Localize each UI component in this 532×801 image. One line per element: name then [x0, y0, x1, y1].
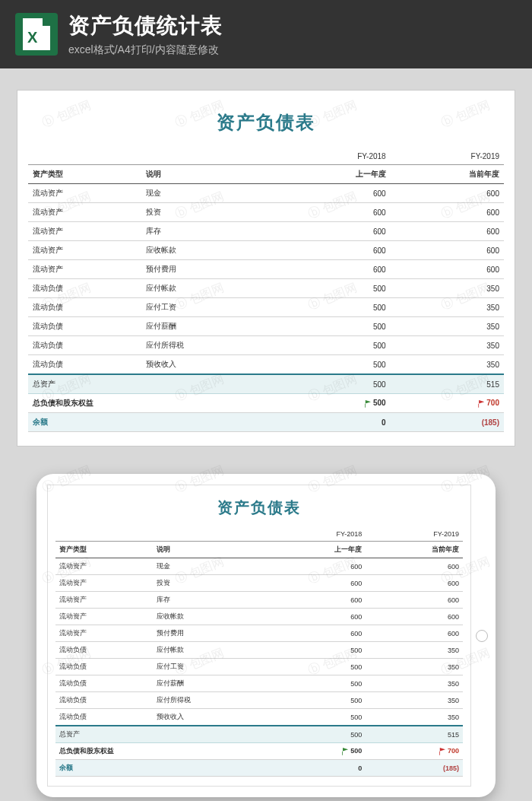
table-row: 流动负债应付帐款500350: [28, 279, 504, 298]
balance-label: 余额: [28, 413, 277, 432]
totals-curr: 515: [391, 374, 504, 394]
table-row: 流动资产现金600600: [28, 184, 504, 203]
home-button-icon: [476, 630, 488, 642]
col-prev: 上一年度: [277, 165, 390, 184]
table-row: 流动负债应付所得税500350: [28, 336, 504, 355]
spreadsheet-card: 资产负债表 FY-2018 FY-2019 资产类型 说明 上一年度 当前年度 …: [17, 90, 515, 447]
table-row: 流动资产预付费用600600: [55, 625, 463, 642]
table-row: 流动资产投资600600: [28, 203, 504, 222]
table-row: 流动负债应付薪酬500350: [28, 317, 504, 336]
sheet-title: 资产负债表: [28, 103, 504, 148]
balance-table: FY-2018 FY-2019 资产类型 说明 上一年度 当前年度 流动资产现金…: [28, 148, 504, 432]
col-curr: 当前年度: [391, 165, 504, 184]
page-header: X 资产负债统计表 excel格式/A4打印/内容随意修改: [0, 0, 532, 68]
sheet-title-tablet: 资产负债表: [55, 493, 463, 527]
page-subtitle: excel格式/A4打印/内容随意修改: [68, 43, 223, 57]
table-row: 流动资产库存600600: [55, 592, 463, 609]
table-row: 流动负债应付工资500350: [28, 298, 504, 317]
fy-curr-label: FY-2019: [391, 148, 504, 165]
table-row: 流动负债应付薪酬500350: [55, 675, 463, 692]
balance-curr: (185): [391, 413, 504, 432]
totals-label: 总资产: [28, 374, 277, 394]
table-row: 流动资产投资600600: [55, 575, 463, 592]
table-row: 流动负债应付工资500350: [55, 659, 463, 675]
balance-table-tablet: FY-2018 FY-2019 资产类型 说明 上一年度 当前年度 流动资产现金…: [55, 527, 463, 777]
page-title: 资产负债统计表: [68, 11, 223, 40]
equity-label: 总负债和股东权益: [28, 394, 277, 413]
equity-prev: 500: [277, 394, 390, 413]
table-row: 流动资产应收帐款600600: [28, 241, 504, 260]
equity-curr: 700: [391, 394, 504, 413]
col-type: 资产类型: [28, 165, 141, 184]
table-row: 流动资产应收帐款600600: [55, 609, 463, 625]
col-desc: 说明: [141, 165, 277, 184]
table-row: 流动负债预收收入500350: [28, 355, 504, 375]
excel-icon: X: [15, 13, 58, 56]
totals-prev: 500: [277, 374, 390, 394]
table-row: 流动资产库存600600: [28, 222, 504, 241]
fy-prev-label: FY-2018: [277, 148, 390, 165]
table-row: 流动负债应付所得税500350: [55, 692, 463, 709]
table-row: 流动负债预收收入500350: [55, 709, 463, 726]
balance-prev: 0: [277, 413, 390, 432]
table-row: 流动资产预付费用600600: [28, 260, 504, 279]
table-row: 流动负债应付帐款500350: [55, 642, 463, 659]
tablet-mockup: 资产负债表 FY-2018 FY-2019 资产类型 说明 上一年度 当前年度 …: [36, 474, 496, 797]
table-row: 流动资产现金600600: [55, 558, 463, 575]
